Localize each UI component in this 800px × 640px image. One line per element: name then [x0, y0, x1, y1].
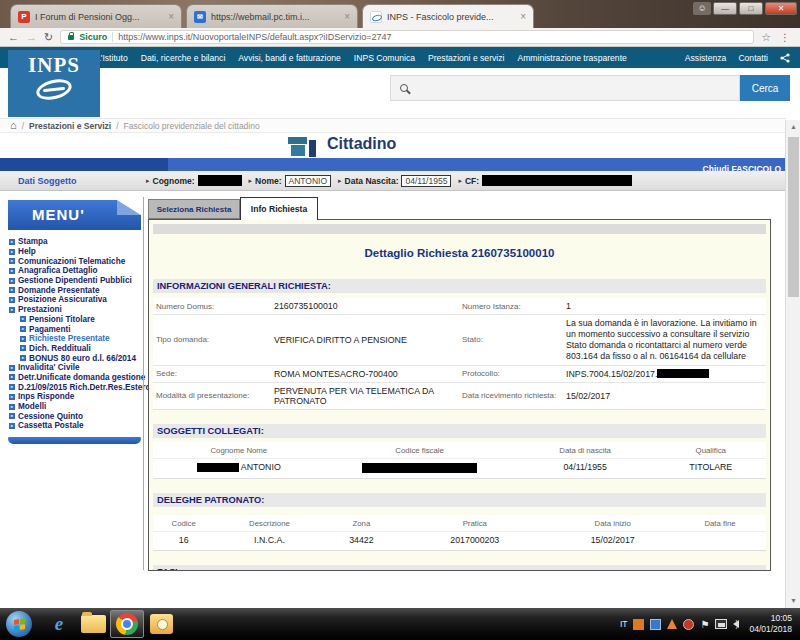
nascita-label: Data Nascita:: [345, 176, 399, 186]
menu-bullet-icon: ▸: [9, 413, 15, 419]
menu-item-richieste-presentate[interactable]: ▸Richieste Presentate: [20, 334, 141, 344]
site-search-input[interactable]: [390, 75, 740, 101]
menu-item-posizione[interactable]: ▸Posizione Assicurativa: [9, 295, 141, 305]
language-indicator[interactable]: IT: [620, 619, 628, 629]
internet-explorer-icon[interactable]: e: [42, 610, 76, 638]
menu-item-gestione-dipendenti[interactable]: ▸Gestione Dipendenti Pubblici: [9, 276, 141, 286]
nav-istituto[interactable]: L'Istituto: [96, 53, 128, 63]
menu-item-dich-reddituali[interactable]: ▸Dich. Reddituali: [20, 344, 141, 354]
file-explorer-icon[interactable]: [76, 610, 110, 638]
start-button[interactable]: [6, 611, 32, 637]
menu-item-prestazioni[interactable]: ▸Prestazioni: [9, 305, 141, 315]
menu-item-help[interactable]: ▸Help: [9, 247, 141, 257]
menu-bullet-icon: ▸: [9, 287, 15, 293]
menu-item-rich-detr-estero[interactable]: ▸D.21/09/2015 Rich.Detr.Res.Estero: [9, 382, 141, 392]
menu-bullet-icon: ▸: [9, 268, 15, 274]
mail-favicon-icon: ✉: [194, 11, 206, 23]
tray-app-icon[interactable]: [633, 619, 644, 630]
tab-info-richiesta[interactable]: Info Richiesta: [240, 197, 318, 220]
nav-dati[interactable]: Dati, ricerche e bilanci: [141, 53, 226, 63]
column-header: Data di nascita: [515, 444, 656, 459]
browser-menu-icon[interactable]: ⋮: [778, 32, 792, 43]
bar-dark-segment: [0, 158, 168, 171]
search-button[interactable]: Cerca: [740, 75, 790, 101]
browser-tab-forum[interactable]: P I Forum di Pensioni Ogg... ×: [10, 4, 182, 28]
volume-icon[interactable]: [733, 620, 739, 628]
menu-item-comunicazioni[interactable]: ▸Comunicazioni Telematiche: [9, 256, 141, 266]
home-icon[interactable]: ⌂: [10, 120, 17, 131]
menu-item-cassetta-postale[interactable]: ▸Cassetta Postale: [9, 421, 141, 431]
menu-bullet-icon: ▸: [20, 316, 26, 322]
maximize-button[interactable]: □: [739, 2, 763, 15]
browser-tab-webmail[interactable]: ✉ https://webmail.pc.tim.i... ×: [186, 4, 358, 28]
vlc-icon[interactable]: [667, 619, 677, 629]
section-info-generali-heading: INFORMAZIONI GENERALI RICHIESTA:: [153, 279, 766, 293]
menu-item-inps-risponde[interactable]: ▸Inps Risponde: [9, 392, 141, 402]
content-divider: [143, 197, 144, 570]
bookmark-star-icon[interactable]: ☆: [761, 31, 771, 44]
scroll-up-icon[interactable]: ▲: [786, 120, 800, 134]
tab-close-icon[interactable]: ×: [520, 12, 526, 22]
forward-icon[interactable]: →: [26, 32, 37, 43]
nav-comunica[interactable]: INPS Comunica: [354, 53, 415, 63]
menu-item-detr-unificate[interactable]: ▸Detr.Unificate domanda gestione: [9, 373, 141, 383]
breadcrumb-section[interactable]: Prestazioni e Servizi: [29, 121, 111, 131]
tab-close-icon[interactable]: ×: [168, 12, 174, 22]
browser-tab-inps[interactable]: INPS - Fascicolo previde... ×: [362, 4, 534, 28]
section-fasi-heading: FASI:: [153, 565, 766, 571]
menu-item-modelli[interactable]: ▸Modelli: [9, 402, 141, 412]
inps-navbar: L'Istituto Dati, ricerche e bilanci Avvi…: [0, 47, 800, 68]
tray-app-icon[interactable]: [683, 619, 694, 630]
padlock-icon: [68, 35, 74, 40]
clock[interactable]: 10:05 04/01/2018: [749, 613, 792, 636]
tab-seleziona-richiesta[interactable]: Seleziona Richiesta: [148, 199, 240, 219]
taskbar: e IT ⚑ 10:05 04/01/2018: [0, 608, 800, 640]
scroll-down-icon[interactable]: ▼: [786, 594, 800, 608]
profile-icon[interactable]: ☺: [693, 2, 711, 15]
minimize-button[interactable]: —: [713, 2, 737, 15]
cell-data-inizio: 15/02/2017: [551, 532, 674, 547]
column-header: Qualifica: [656, 444, 766, 459]
network-icon[interactable]: [715, 619, 727, 629]
menu-item-pensioni-titolare[interactable]: ▸Pensioni Titolare: [20, 315, 141, 325]
menu-item-invalidita[interactable]: ▸Invalidita' Civile: [9, 363, 141, 373]
close-button[interactable]: ✕: [765, 2, 797, 15]
outlook-icon[interactable]: [144, 610, 178, 638]
address-bar[interactable]: Sicuro https://www.inps.it/NuovoportaleI…: [60, 30, 754, 44]
reload-icon[interactable]: ↻: [44, 32, 53, 43]
nav-avvisi[interactable]: Avvisi, bandi e fatturazione: [238, 53, 341, 63]
tray-app-icon[interactable]: [650, 619, 661, 630]
inps-logo[interactable]: INPS: [8, 50, 100, 117]
cell-qualifica: TITOLARE: [656, 459, 766, 474]
deleghe-table: Codice Descrizione Zona Pratica Data ini…: [153, 515, 766, 551]
tab-close-icon[interactable]: ×: [344, 12, 350, 22]
back-icon[interactable]: ←: [8, 32, 19, 43]
cf-redacted-value: [482, 175, 632, 186]
cognome-redacted-value: [198, 175, 242, 186]
nav-assistenza[interactable]: Assistenza: [685, 53, 727, 63]
window-controls: ☺ — □ ✕: [693, 2, 797, 15]
menu-item-domande[interactable]: ▸Domande Presentate: [9, 285, 141, 295]
row-label: Tipo domanda:: [153, 315, 271, 365]
nav-amministrazione[interactable]: Amministrazione trasparente: [517, 53, 626, 63]
nav-prestazioni[interactable]: Prestazioni e servizi: [428, 53, 504, 63]
chrome-icon[interactable]: [110, 610, 144, 638]
menu-bullet-icon: ▸: [9, 249, 15, 255]
scrollbar-thumb[interactable]: [788, 137, 799, 297]
menu-item-stampa[interactable]: ▸Stampa: [9, 237, 141, 247]
forum-favicon-icon: P: [18, 11, 30, 23]
nav-contatti[interactable]: Contatti: [738, 53, 768, 63]
inps-globe-icon: [34, 76, 74, 103]
share-icon[interactable]: [780, 53, 790, 63]
page-scrollbar[interactable]: ▲ ▼: [785, 120, 800, 608]
breadcrumb-page: Fascicolo previdenziale del cittadino: [124, 121, 260, 131]
search-icon: [400, 84, 408, 92]
arrow-icon: ▸: [338, 177, 342, 185]
action-center-flag-icon[interactable]: ⚑: [700, 619, 709, 630]
table-row: Modalità di presentazione: PERVENUTA PER…: [153, 382, 766, 409]
menu-item-cessione-quinto[interactable]: ▸Cessione Quinto: [9, 411, 141, 421]
menu-item-anagrafica[interactable]: ▸Anagrafica Dettaglio: [9, 266, 141, 276]
nome-label: Nome:: [255, 176, 281, 186]
menu-item-pagamenti[interactable]: ▸Pagamenti: [20, 324, 141, 334]
menu-item-bonus-80[interactable]: ▸BONUS 80 euro d.l. 66/2014: [20, 353, 141, 363]
